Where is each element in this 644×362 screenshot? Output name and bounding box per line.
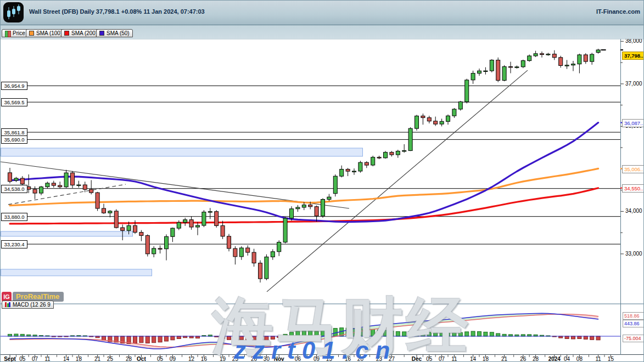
candle-sep-15 [71, 173, 75, 185]
candle-sep-19 [83, 185, 87, 189]
price-tick-label: 34,000 [625, 208, 642, 214]
macd-histogram-bar [572, 336, 575, 339]
tab-sma200[interactable]: SMA (200) [61, 29, 100, 37]
macd-histogram-bar [265, 336, 268, 341]
candle-nov-8 [309, 205, 312, 207]
candle-nov-3 [290, 209, 294, 218]
candle-sep-22 [102, 208, 106, 213]
macd-icon [5, 302, 10, 307]
date-label: 11 [595, 356, 601, 362]
date-label: 16 [345, 356, 351, 362]
candle-dec-13 [465, 80, 469, 102]
tab-price-label: Price [13, 30, 25, 36]
macd-histogram-bar [102, 336, 106, 340]
date-label: 2024 [548, 356, 561, 362]
macd-histogram-bar [478, 332, 481, 337]
candle-nov-6 [296, 207, 300, 209]
macd-histogram-bar [446, 333, 450, 336]
candle-sep-1 [8, 173, 12, 182]
candle-nov-13 [327, 197, 331, 199]
candle-dec-8 [446, 116, 450, 121]
candle-dec-12 [458, 102, 462, 109]
macd-histogram-bar [290, 332, 294, 336]
candle-jan-5 [572, 64, 575, 65]
candle-oct-2 [139, 233, 143, 236]
sma50-swatch-icon [99, 31, 104, 36]
candle-oct-10 [177, 223, 181, 228]
date-label: 14 [470, 356, 476, 362]
candle-oct-6 [165, 236, 169, 248]
tab-sma50[interactable]: SMA (50) [96, 29, 133, 37]
tab-sma100-label: SMA (100) [36, 30, 62, 36]
macd-histogram-bar [302, 331, 306, 336]
chart-title: Wall Street (DFB) Daily 37,798.1 +0.08% … [29, 8, 205, 15]
date-label: 19 [220, 356, 226, 362]
macd-histogram-bar [408, 332, 412, 337]
trendline-1[interactable] [267, 70, 528, 292]
macd-histogram-bar [139, 336, 143, 343]
date-label: 26 [520, 356, 526, 362]
date-label: 06 [295, 356, 301, 362]
date-label: 28 [126, 356, 132, 362]
candle-dec-20 [496, 60, 500, 81]
date-label: 25 [107, 356, 113, 362]
macd-histogram-bar [233, 336, 237, 341]
candle-sep-11 [46, 183, 49, 187]
candle-dec-1 [415, 116, 419, 128]
candle-jan-10 [590, 54, 594, 61]
date-label: 08 [576, 356, 583, 362]
candle-dec-26 [521, 61, 525, 67]
tab-price[interactable]: Price [2, 29, 29, 37]
price-level-label: 33,230.4 [1, 240, 27, 248]
candle-nov-7 [302, 205, 306, 207]
candle-sep-7 [33, 189, 37, 193]
candle-sep-28 [127, 225, 131, 230]
candle-oct-26 [252, 252, 256, 263]
date-label: 07 [32, 356, 38, 362]
sma200-swatch-icon [64, 31, 69, 36]
macd-line-value-label: 443.86 [623, 320, 644, 327]
macd-histogram-bar [252, 336, 256, 341]
macd-signal-value-label: 518.86 [623, 312, 644, 320]
tab-macd-label: MACD (12 26 9 [13, 302, 51, 308]
macd-histogram-bar [239, 336, 243, 340]
candle-dec-11 [452, 109, 456, 116]
macd-histogram-bar [402, 332, 406, 336]
candle-oct-24 [239, 248, 243, 257]
candle-nov-16 [346, 169, 350, 172]
candle-sep-12 [52, 183, 55, 185]
chart-canvas[interactable] [1, 1, 644, 362]
candle-jan-4 [565, 65, 569, 66]
macd-histogram-bar [496, 333, 500, 336]
candle-oct-27 [259, 263, 262, 279]
date-label: 23 [376, 356, 382, 362]
tab-sma100[interactable]: SMA (100) [26, 29, 65, 37]
macd-histogram-bar [421, 332, 425, 336]
candle-jan-1 [546, 54, 550, 55]
macd-histogram-bar [596, 336, 600, 340]
macd-histogram-bar [158, 336, 162, 342]
price-level-label: 36,954.9 [1, 82, 27, 90]
macd-histogram-bar [458, 332, 462, 336]
candle-oct-23 [233, 248, 237, 257]
candle-oct-31 [271, 252, 275, 257]
candle-nov-9 [315, 207, 318, 216]
candle-nov-21 [365, 162, 368, 165]
macd-histogram-bar [384, 330, 388, 336]
candle-dec-15 [478, 71, 481, 73]
ig-logo-icon: IG [2, 292, 12, 302]
macd-histogram-bar [133, 336, 137, 343]
candle-sep-4 [14, 178, 18, 180]
date-label: 15 [608, 356, 614, 362]
macd-histogram-bar [452, 333, 456, 336]
sma100-swatch-icon [29, 31, 34, 36]
macd-histogram-bar [390, 331, 394, 336]
macd-histogram-bar [171, 336, 175, 340]
macd-histogram-bar [465, 332, 469, 336]
tab-macd[interactable]: MACD (12 26 9 [2, 301, 54, 309]
prorealtime-label: ProRealTime [13, 292, 64, 302]
macd-histogram-bar [377, 330, 381, 336]
candle-sep-20 [89, 189, 93, 193]
macd-histogram-bar [296, 331, 300, 336]
candle-nov-23 [377, 157, 381, 158]
